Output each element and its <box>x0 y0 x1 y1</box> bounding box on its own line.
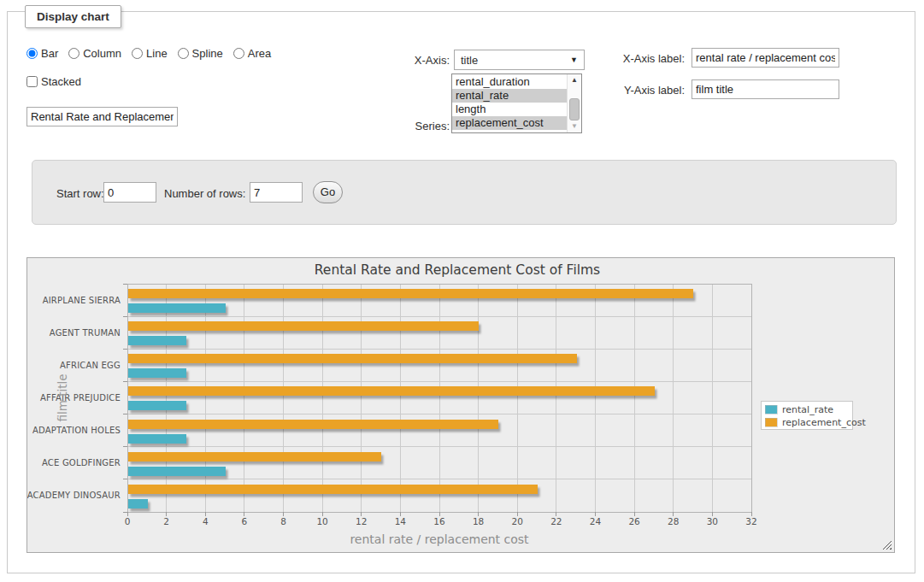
scroll-up-icon[interactable]: ▲ <box>568 74 581 86</box>
chart-type-label: Area <box>248 47 271 60</box>
chart-type-label: Column <box>83 47 121 60</box>
svg-text:film title: film title <box>56 373 69 421</box>
chart-title-input[interactable] <box>26 107 178 126</box>
chart-type-label: Bar <box>41 47 58 60</box>
chart-type-radio-group: BarColumnLineSplineArea <box>26 47 281 60</box>
stacked-checkbox-label[interactable]: Stacked <box>26 75 81 88</box>
svg-text:AGENT TRUMAN: AGENT TRUMAN <box>50 328 121 338</box>
x-axis-label-input[interactable] <box>692 48 839 68</box>
chart-type-label: Spline <box>192 47 223 60</box>
svg-text:10: 10 <box>316 516 327 526</box>
series-scrollbar[interactable]: ▲ ▼ <box>567 74 581 132</box>
svg-text:Rental Rate and Replacement Co: Rental Rate and Replacement Cost of Film… <box>315 262 600 278</box>
chart-type-label: Line <box>146 47 168 60</box>
chevron-down-icon: ▼ <box>570 56 578 64</box>
chart-type-option-area[interactable]: Area <box>233 47 271 60</box>
svg-text:12: 12 <box>356 516 367 526</box>
scrollbar-track[interactable] <box>568 86 581 121</box>
svg-text:8: 8 <box>280 516 286 526</box>
series-listbox-label: Series: <box>377 120 450 132</box>
chart-type-radio-area[interactable] <box>233 48 244 59</box>
svg-text:ACE GOLDFINGER: ACE GOLDFINGER <box>42 458 121 467</box>
chart-type-option-line[interactable]: Line <box>132 47 168 60</box>
chart-panel: 02468101214161820222426283032AIRPLANE SI… <box>26 257 895 553</box>
row-range-panel: Start row: Number of rows: Go <box>32 160 897 225</box>
bar-chart: 02468101214161820222426283032AIRPLANE SI… <box>27 258 896 554</box>
chart-type-radio-line[interactable] <box>132 48 143 59</box>
svg-text:20: 20 <box>512 516 523 526</box>
series-options: rental_durationrental_ratelengthreplacem… <box>452 74 567 132</box>
svg-text:0: 0 <box>125 516 131 526</box>
number-of-rows-input[interactable] <box>250 182 303 203</box>
series-listbox[interactable]: rental_durationrental_ratelengthreplacem… <box>451 73 582 133</box>
number-of-rows-label: Number of rows: <box>164 187 245 200</box>
x-axis-label-field-label: X-Axis label: <box>606 52 685 65</box>
svg-text:6: 6 <box>242 516 248 526</box>
series-option[interactable]: length <box>452 103 567 116</box>
svg-text:18: 18 <box>473 516 484 526</box>
svg-text:AIRPLANE SIERRA: AIRPLANE SIERRA <box>43 296 121 305</box>
svg-text:rental rate / replacement cost: rental rate / replacement cost <box>350 532 529 546</box>
svg-text:26: 26 <box>628 516 640 526</box>
chart-type-radio-spline[interactable] <box>178 48 189 59</box>
start-row-input[interactable] <box>103 182 156 203</box>
svg-text:24: 24 <box>590 516 602 526</box>
svg-text:28: 28 <box>668 516 679 526</box>
stacked-checkbox[interactable] <box>26 76 38 87</box>
y-axis-label-input[interactable] <box>692 79 839 99</box>
svg-text:ADAPTATION HOLES: ADAPTATION HOLES <box>32 426 121 435</box>
svg-text:14: 14 <box>395 516 407 526</box>
x-axis-select-label: X-Axis: <box>377 54 450 67</box>
series-option[interactable]: replacement_cost <box>452 116 567 130</box>
svg-text:rental_rate: rental_rate <box>782 404 833 415</box>
chart-type-option-bar[interactable]: Bar <box>26 47 58 60</box>
x-axis-select[interactable]: title ▼ <box>454 50 585 70</box>
svg-text:32: 32 <box>745 516 756 526</box>
display-chart-fieldset: Display chart BarColumnLineSplineArea St… <box>7 11 915 573</box>
fieldset-legend-title: Display chart <box>25 5 121 28</box>
chart-type-radio-bar[interactable] <box>26 48 38 59</box>
chart-type-option-spline[interactable]: Spline <box>178 47 223 60</box>
svg-text:16: 16 <box>433 516 445 526</box>
svg-text:2: 2 <box>163 516 169 526</box>
start-row-label: Start row: <box>56 187 104 200</box>
scroll-down-icon[interactable]: ▼ <box>568 121 581 132</box>
go-button[interactable]: Go <box>313 181 343 203</box>
svg-text:ACADEMY DINOSAUR: ACADEMY DINOSAUR <box>27 491 121 500</box>
x-axis-selected-value: title <box>461 54 478 67</box>
svg-text:22: 22 <box>550 516 562 526</box>
svg-text:AFRICAN EGG: AFRICAN EGG <box>60 361 121 370</box>
svg-text:30: 30 <box>707 516 718 526</box>
series-option[interactable]: rental_rate <box>452 89 567 103</box>
svg-text:replacement_cost: replacement_cost <box>782 417 866 428</box>
scrollbar-thumb[interactable] <box>569 98 580 121</box>
chart-type-option-column[interactable]: Column <box>68 47 121 60</box>
svg-text:4: 4 <box>203 516 209 526</box>
y-axis-label-field-label: Y-Axis label: <box>606 84 685 97</box>
series-option[interactable]: rental_duration <box>452 75 567 89</box>
svg-text:AFFAIR PREJUDICE: AFFAIR PREJUDICE <box>40 393 121 403</box>
chart-type-radio-column[interactable] <box>68 48 79 59</box>
